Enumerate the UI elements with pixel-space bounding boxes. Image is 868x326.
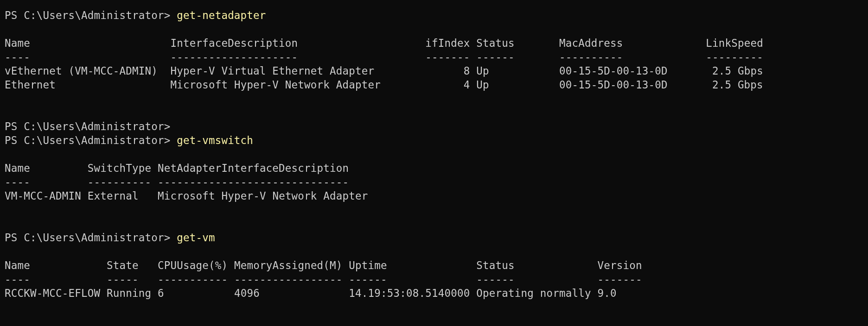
netadapter-sep-ifindex: ------- xyxy=(425,51,470,63)
terminal-output[interactable]: PS C:\Users\Administrator> get-netadapte… xyxy=(0,0,868,305)
cell-status: Operating normally xyxy=(476,287,591,299)
netadapter-header-speed: LinkSpeed xyxy=(706,37,763,49)
netadapter-sep-speed: --------- xyxy=(706,51,763,63)
cell-speed: 2.5 Gbps xyxy=(712,79,763,91)
vm-header-uptime: Uptime xyxy=(349,259,387,271)
vmswitch-sep-ifdesc: ------------------------------ xyxy=(158,176,349,188)
command-get-netadapter: get-netadapter xyxy=(177,9,266,21)
table-row: RCCKW-MCC-EFLOW Running 6 4096 14.19:53:… xyxy=(5,287,617,299)
vm-sep-mem: ----------------- xyxy=(234,273,343,285)
command-get-vmswitch: get-vmswitch xyxy=(177,134,253,146)
vm-header-name: Name xyxy=(5,259,30,271)
vm-sep-state: ----- xyxy=(107,273,139,285)
netadapter-header-ifdesc: InterfaceDescription xyxy=(170,37,298,49)
vm-header-mem: MemoryAssigned(M) xyxy=(234,259,343,271)
prompt: PS C:\Users\Administrator> xyxy=(5,232,170,244)
vm-sep-uptime: ------ xyxy=(349,273,387,285)
cell-name: vEthernet (VM-MCC-ADMIN) xyxy=(5,65,158,77)
netadapter-header-name: Name xyxy=(5,37,30,49)
prompt: PS C:\Users\Administrator> xyxy=(5,120,170,132)
cell-name: Ethernet xyxy=(5,79,56,91)
vmswitch-sep-name: ---- xyxy=(5,176,30,188)
cell-name: VM-MCC-ADMIN xyxy=(5,190,81,202)
cell-state: Running xyxy=(107,287,151,299)
netadapter-sep-mac: ---------- xyxy=(559,51,623,63)
cell-ifdesc: Microsoft Hyper-V Network Adapter xyxy=(170,79,381,91)
table-row: Ethernet Microsoft Hyper-V Network Adapt… xyxy=(5,79,763,91)
netadapter-sep-ifdesc: -------------------- xyxy=(170,51,298,63)
command-get-vm: get-vm xyxy=(177,232,215,244)
cell-uptime: 14.19:53:08.5140000 xyxy=(349,287,470,299)
netadapter-header-ifindex: ifIndex xyxy=(425,37,470,49)
vm-header-version: Version xyxy=(597,259,642,271)
vm-sep-version: ------- xyxy=(597,273,642,285)
netadapter-sep-status: ------ xyxy=(476,51,514,63)
vm-header-status: Status xyxy=(476,259,514,271)
vmswitch-header-type: SwitchType xyxy=(88,162,151,174)
cell-mac: 00-15-5D-00-13-0D xyxy=(559,79,668,91)
cell-ifindex: 8 xyxy=(464,65,470,77)
prompt: PS C:\Users\Administrator> xyxy=(5,134,170,146)
vm-sep-cpu: ----------- xyxy=(158,273,228,285)
cell-mem: 4096 xyxy=(234,287,260,299)
prompt: PS C:\Users\Administrator> xyxy=(5,9,170,21)
netadapter-sep-name: ---- xyxy=(5,51,30,63)
vmswitch-header-ifdesc: NetAdapterInterfaceDescription xyxy=(158,162,349,174)
cell-version: 9.0 xyxy=(597,287,616,299)
cell-status: Up xyxy=(476,65,489,77)
cell-status: Up xyxy=(476,79,489,91)
vm-header-cpu: CPUUsage(%) xyxy=(158,259,228,271)
cell-ifdesc: Microsoft Hyper-V Network Adapter xyxy=(158,190,368,202)
netadapter-header-status: Status xyxy=(476,37,514,49)
cell-type: External xyxy=(88,190,139,202)
vmswitch-header-name: Name xyxy=(5,162,30,174)
table-row: vEthernet (VM-MCC-ADMIN) Hyper-V Virtual… xyxy=(5,65,763,77)
cell-speed: 2.5 Gbps xyxy=(712,65,763,77)
vm-header-state: State xyxy=(107,259,139,271)
vm-sep-status: ------ xyxy=(476,273,514,285)
cell-mac: 00-15-5D-00-13-0D xyxy=(559,65,668,77)
table-row: VM-MCC-ADMIN External Microsoft Hyper-V … xyxy=(5,190,368,202)
cell-name: RCCKW-MCC-EFLOW xyxy=(5,287,100,299)
netadapter-header-mac: MacAddress xyxy=(559,37,623,49)
cell-ifindex: 4 xyxy=(464,79,470,91)
vm-sep-name: ---- xyxy=(5,273,30,285)
vmswitch-sep-type: ---------- xyxy=(88,176,151,188)
cell-ifdesc: Hyper-V Virtual Ethernet Adapter xyxy=(170,65,374,77)
cell-cpu: 6 xyxy=(158,287,164,299)
